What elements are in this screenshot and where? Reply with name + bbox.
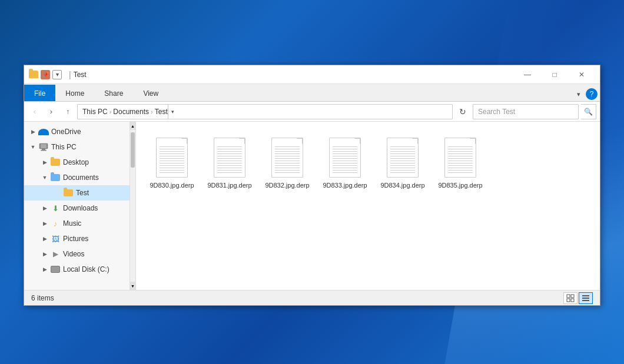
file-item-0[interactable]: 9D830.jpg.derp bbox=[145, 131, 198, 192]
expand-documents[interactable]: ▼ bbox=[41, 173, 49, 182]
svg-rect-4 bbox=[567, 295, 570, 298]
computer-icon bbox=[38, 142, 49, 152]
address-dropdown[interactable]: ▾ bbox=[168, 104, 177, 119]
ribbon-collapse-button[interactable]: ▾ bbox=[572, 87, 586, 101]
file-lines-1 bbox=[217, 146, 242, 173]
file-fold-4 bbox=[412, 138, 418, 144]
file-item-4[interactable]: 9D834.jpg.derp bbox=[376, 131, 429, 192]
file-page-3 bbox=[329, 138, 361, 178]
scrollbar-thumb[interactable] bbox=[131, 132, 135, 168]
view-toggle bbox=[563, 292, 593, 304]
file-icon-1 bbox=[212, 136, 247, 179]
up-button[interactable]: ↑ bbox=[61, 105, 75, 119]
expand-music[interactable]: ▶ bbox=[41, 219, 49, 228]
scrollbar-up[interactable]: ▲ bbox=[130, 122, 135, 130]
expand-onedrive[interactable]: ▶ bbox=[29, 128, 37, 136]
file-page-2 bbox=[271, 138, 303, 178]
sidebar-item-pictures[interactable]: ▶ 🖼 Pictures bbox=[24, 231, 135, 246]
drive-icon bbox=[50, 265, 61, 274]
file-icon-3 bbox=[327, 136, 363, 179]
title-bar-icons: 📌 ▾ bbox=[29, 70, 62, 79]
file-icon-4 bbox=[385, 136, 420, 179]
file-icon-5 bbox=[443, 136, 478, 179]
sidebar-label-desktop: Desktop bbox=[63, 158, 89, 166]
file-lines-0 bbox=[160, 146, 184, 173]
downloads-icon: ⬇ bbox=[50, 203, 61, 213]
svg-rect-9 bbox=[582, 298, 589, 299]
grid-view-button[interactable] bbox=[563, 292, 577, 304]
expand-pictures[interactable]: ▶ bbox=[41, 235, 49, 243]
expand-this-pc[interactable]: ▼ bbox=[29, 143, 37, 151]
path-segment-documents[interactable]: Documents bbox=[113, 108, 149, 116]
main-content: ▲ ▼ ▶ OneDrive ▼ bbox=[24, 122, 600, 290]
search-button[interactable]: 🔍 bbox=[581, 104, 596, 119]
sidebar-item-test[interactable]: Test bbox=[24, 185, 135, 201]
folder-icon bbox=[29, 71, 38, 78]
sidebar-label-test: Test bbox=[76, 189, 89, 197]
file-fold-3 bbox=[354, 138, 360, 144]
onedrive-icon bbox=[38, 127, 49, 136]
file-page-4 bbox=[387, 138, 419, 178]
svg-rect-7 bbox=[571, 299, 574, 302]
sidebar-label-pictures: Pictures bbox=[63, 235, 88, 243]
title-separator: | bbox=[69, 70, 71, 79]
window-title: Test bbox=[74, 71, 514, 79]
file-item-5[interactable]: 9D835.jpg.derp bbox=[434, 131, 487, 192]
test-folder-icon bbox=[63, 188, 74, 198]
expand-videos[interactable]: ▶ bbox=[41, 250, 49, 258]
detail-view-button[interactable] bbox=[579, 292, 593, 304]
expand-local-disk[interactable]: ▶ bbox=[41, 265, 49, 273]
file-icon-2 bbox=[270, 136, 305, 179]
forward-button[interactable]: › bbox=[44, 105, 58, 119]
file-item-2[interactable]: 9D832.jpg.derp bbox=[261, 131, 314, 192]
svg-rect-2 bbox=[42, 149, 45, 150]
videos-icon: ▶ bbox=[50, 249, 61, 259]
sidebar: ▲ ▼ ▶ OneDrive ▼ bbox=[24, 122, 136, 290]
desktop-folder-icon bbox=[50, 158, 61, 167]
file-name-1: 9D831.jpg.derp bbox=[207, 181, 251, 189]
sidebar-label-onedrive: OneDrive bbox=[51, 128, 81, 136]
path-segment-this-pc[interactable]: This PC bbox=[82, 108, 108, 116]
svg-rect-8 bbox=[582, 295, 589, 296]
tab-file[interactable]: File bbox=[24, 85, 55, 101]
svg-rect-5 bbox=[571, 295, 574, 298]
file-item-1[interactable]: 9D831.jpg.derp bbox=[203, 131, 256, 192]
file-page-5 bbox=[444, 138, 476, 178]
tab-view[interactable]: View bbox=[133, 85, 168, 101]
svg-rect-6 bbox=[567, 299, 570, 302]
sidebar-label-local-disk: Local Disk (C:) bbox=[63, 265, 109, 273]
pin-icon: 📌 bbox=[41, 70, 50, 79]
path-segment-test[interactable]: Test bbox=[155, 108, 168, 116]
sidebar-label-downloads: Downloads bbox=[63, 204, 98, 212]
file-item-3[interactable]: 9D833.jpg.derp bbox=[318, 131, 371, 192]
refresh-button[interactable]: ↻ bbox=[455, 104, 470, 119]
help-button[interactable]: ? bbox=[586, 88, 598, 100]
sidebar-item-videos[interactable]: ▶ ▶ Videos bbox=[24, 246, 135, 262]
close-button[interactable]: ✕ bbox=[568, 65, 595, 84]
search-box[interactable]: Search Test bbox=[473, 104, 579, 119]
scrollbar-down[interactable]: ▼ bbox=[130, 282, 135, 290]
expand-downloads[interactable]: ▶ bbox=[41, 204, 49, 212]
sidebar-item-this-pc[interactable]: ▼ This PC bbox=[24, 139, 135, 155]
file-name-5: 9D835.jpg.derp bbox=[438, 181, 482, 189]
documents-folder-icon bbox=[50, 173, 61, 182]
file-icon-0 bbox=[154, 136, 190, 179]
file-fold-5 bbox=[470, 138, 476, 144]
address-path[interactable]: This PC › Documents › Test ▾ bbox=[77, 104, 453, 119]
window-controls: — □ ✕ bbox=[514, 65, 595, 84]
sidebar-item-downloads[interactable]: ▶ ⬇ Downloads bbox=[24, 201, 135, 216]
sidebar-label-music: Music bbox=[63, 219, 81, 228]
tab-share[interactable]: Share bbox=[94, 85, 133, 101]
sidebar-item-local-disk[interactable]: ▶ Local Disk (C:) bbox=[24, 262, 135, 277]
sidebar-item-music[interactable]: ▶ ♪ Music bbox=[24, 216, 135, 231]
sidebar-item-documents[interactable]: ▼ Documents bbox=[24, 170, 135, 185]
maximize-button[interactable]: □ bbox=[541, 65, 568, 84]
tab-home[interactable]: Home bbox=[55, 85, 94, 101]
expand-desktop[interactable]: ▶ bbox=[41, 158, 49, 166]
address-bar: ‹ › ↑ This PC › Documents › Test ▾ ↻ Sea… bbox=[24, 102, 600, 122]
file-lines-5 bbox=[448, 146, 473, 173]
sidebar-item-onedrive[interactable]: ▶ OneDrive bbox=[24, 124, 135, 139]
minimize-button[interactable]: — bbox=[514, 65, 541, 84]
sidebar-item-desktop[interactable]: ▶ Desktop bbox=[24, 155, 135, 170]
back-button[interactable]: ‹ bbox=[28, 105, 42, 119]
